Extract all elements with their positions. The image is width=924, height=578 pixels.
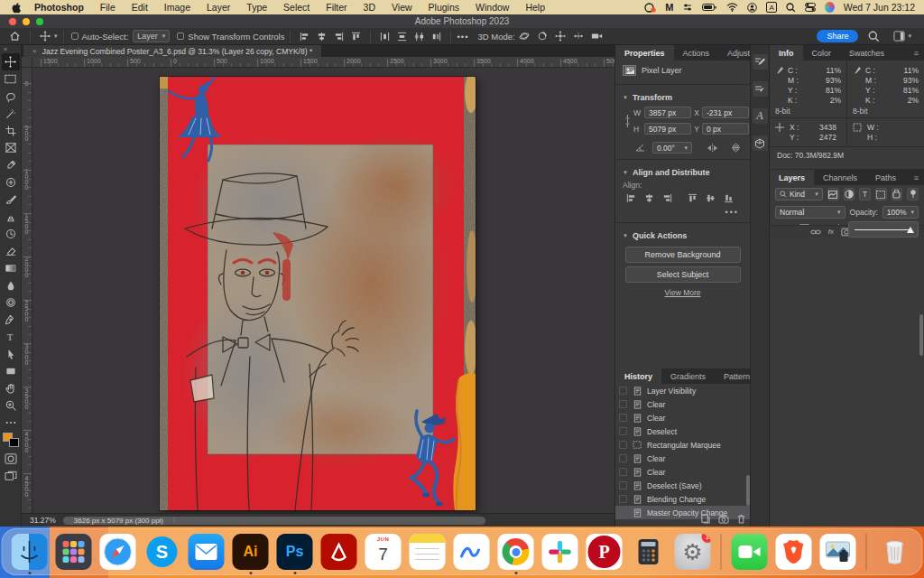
acrobat-app-icon[interactable] (321, 534, 357, 570)
view-more-link[interactable]: View More (615, 288, 750, 297)
align-left-edges-icon[interactable] (296, 28, 313, 44)
shape-tool[interactable] (2, 362, 20, 379)
background-color-swatch[interactable] (9, 438, 19, 447)
blend-mode-dropdown[interactable]: Normal▾ (775, 206, 845, 219)
system-settings-app-icon[interactable]: ⚙1 (675, 534, 711, 570)
glyphs-panel-icon[interactable]: A (753, 108, 768, 124)
filter-type-dropdown[interactable]: Kind▾ (775, 188, 823, 200)
remove-background-button[interactable]: Remove Background (625, 247, 741, 263)
history-source-checkbox[interactable] (619, 400, 627, 408)
tab-properties[interactable]: Properties (615, 45, 674, 61)
3d-slide-icon[interactable] (569, 28, 587, 44)
3d-panel-icon[interactable] (753, 135, 768, 151)
y-field[interactable]: 0 px (702, 123, 749, 135)
brush-tool[interactable] (2, 191, 20, 208)
tab-channels[interactable]: Channels (814, 170, 866, 185)
illustrator-app-icon[interactable]: Ai (233, 534, 269, 570)
dock-preview[interactable] (818, 530, 858, 573)
dock-finder[interactable] (10, 530, 50, 573)
siri-icon[interactable] (825, 2, 835, 13)
calculator-app-icon[interactable] (631, 534, 667, 570)
frame-tool[interactable] (2, 139, 20, 156)
ruler-origin[interactable] (22, 57, 32, 68)
delete-state-icon[interactable] (737, 514, 745, 524)
menu-3d[interactable]: 3D (356, 0, 383, 14)
move-tool[interactable] (2, 53, 20, 70)
tool-preset-caret[interactable]: ▾ (54, 33, 58, 40)
hand-tool[interactable] (2, 379, 20, 396)
dock-calendar[interactable]: JUN7 (364, 530, 403, 573)
menu-edit[interactable]: Edit (124, 0, 156, 14)
menu-view[interactable]: View (383, 0, 420, 14)
filter-toggle-icon[interactable] (907, 188, 919, 200)
align-top-edges-icon[interactable] (347, 28, 365, 44)
new-snapshot-icon[interactable] (718, 515, 729, 524)
link-dimensions-icon[interactable] (624, 114, 633, 128)
history-item[interactable]: Clear (615, 411, 751, 424)
brave-app-icon[interactable] (776, 534, 812, 570)
notes-app-icon[interactable] (410, 534, 446, 570)
tab-gradients[interactable]: Gradients (661, 368, 715, 384)
filter-adjustment-layers-icon[interactable] (844, 188, 855, 200)
select-subject-button[interactable]: Select Subject (625, 266, 741, 283)
dock-brave[interactable] (774, 530, 814, 573)
workspace-switcher-icon[interactable]: ▾ (890, 31, 915, 42)
3d-pan-icon[interactable] (551, 28, 569, 44)
document-info-scrollbar[interactable]: 3626 px x 5079 px (300 ppi) 〉 (63, 517, 485, 525)
flip-vertical-icon[interactable] (731, 143, 741, 153)
history-item[interactable]: Clear (615, 397, 751, 411)
blur-tool[interactable] (2, 276, 20, 294)
preview-app-icon[interactable] (820, 534, 856, 570)
history-source-checkbox[interactable] (619, 414, 627, 422)
menu-window[interactable]: Window (467, 0, 517, 14)
distribute-h-icon[interactable] (376, 28, 393, 44)
pinterest-app-icon[interactable]: P (587, 534, 623, 570)
input-source-icon[interactable]: A (766, 2, 776, 13)
menu-photoshop[interactable]: Photoshop (26, 0, 92, 14)
path-selection-tool[interactable] (2, 345, 20, 362)
history-item[interactable]: Rectangular Marquee (615, 438, 751, 452)
chrome-app-icon[interactable] (498, 534, 534, 570)
skype-app-icon[interactable]: S (144, 534, 180, 570)
dock-launchpad[interactable] (54, 530, 94, 573)
user-circle-icon[interactable] (747, 2, 757, 13)
control-center-icon[interactable] (805, 2, 816, 13)
quick-actions-header[interactable]: ▼Quick Actions (615, 227, 750, 243)
edit-toolbar-tool[interactable] (2, 414, 20, 431)
opacity-slider-popup[interactable] (848, 221, 919, 238)
eraser-tool[interactable] (2, 242, 20, 259)
flip-horizontal-icon[interactable] (707, 144, 718, 153)
3d-orbit-icon[interactable] (515, 28, 533, 44)
align-left-icon[interactable] (626, 193, 636, 203)
zoom-percentage[interactable]: 31.27% (22, 516, 63, 525)
history-source-checkbox[interactable] (619, 387, 627, 395)
align-more-icon[interactable]: ••• (615, 206, 750, 219)
dock-calculator[interactable] (629, 530, 669, 573)
align-more-options-icon[interactable]: ••• (457, 32, 468, 42)
align-top-icon[interactable] (688, 193, 698, 203)
freeform-app-icon[interactable] (454, 534, 490, 570)
layers-panel-menu-icon[interactable]: ≡ (909, 170, 924, 185)
share-button[interactable]: Share (817, 30, 858, 42)
history-item[interactable]: Clear (615, 465, 751, 479)
filter-type-layers-icon[interactable]: T (859, 188, 871, 200)
healing-brush-tool[interactable] (2, 173, 20, 191)
transform-section-header[interactable]: ▼Transform (615, 89, 750, 105)
maccy-icon[interactable]: M (665, 2, 673, 13)
history-source-checkbox[interactable] (619, 441, 627, 449)
launchpad-app-icon[interactable] (56, 534, 92, 570)
menu-image[interactable]: Image (156, 0, 199, 14)
trash-app-icon[interactable] (877, 534, 913, 570)
finder-app-icon[interactable] (12, 534, 48, 570)
dock-acrobat[interactable] (319, 530, 359, 573)
link-layers-icon[interactable] (810, 228, 821, 236)
move-tool-preset-icon[interactable] (36, 28, 54, 44)
align-center-icon[interactable] (644, 193, 654, 203)
quick-mask-icon[interactable] (2, 450, 20, 467)
pen-tool[interactable] (2, 311, 20, 328)
history-item[interactable]: Blending Change (615, 492, 751, 506)
show-transform-checkbox[interactable] (177, 33, 184, 40)
history-source-checkbox[interactable] (619, 454, 627, 462)
dock-skype[interactable]: S (143, 530, 182, 573)
calendar-app-icon[interactable]: JUN7 (365, 534, 402, 570)
